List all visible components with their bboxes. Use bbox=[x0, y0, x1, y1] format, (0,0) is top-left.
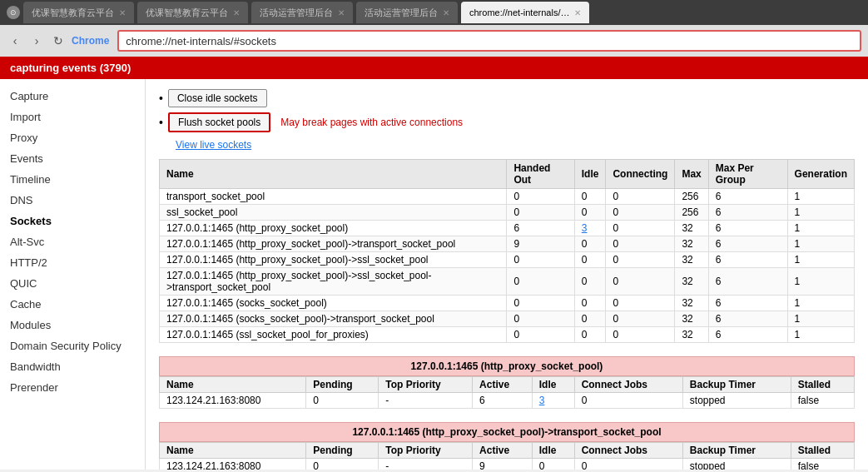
table-cell: 0 bbox=[574, 296, 606, 311]
main-socket-table: Name Handed Out Idle Connecting Max Max … bbox=[159, 159, 855, 343]
table-cell: 127.0.0.1:1465 (http_proxy_socket_pool)-… bbox=[160, 252, 507, 268]
pool2-col-name: Name bbox=[160, 443, 306, 459]
sidebar-item-modules[interactable]: Modules bbox=[0, 315, 145, 335]
sidebar-item-bandwidth[interactable]: Bandwidth bbox=[0, 356, 145, 377]
sidebar-item-cache[interactable]: Cache bbox=[0, 294, 145, 315]
close-idle-button[interactable]: Close idle sockets bbox=[168, 89, 267, 107]
pool-table-cell: - bbox=[379, 393, 473, 409]
sidebar-item-dns[interactable]: DNS bbox=[0, 190, 145, 211]
tab-1[interactable]: 优课智慧教育云平台 ✕ bbox=[23, 2, 134, 23]
pool1-section: 127.0.0.1:1465 (http_proxy_socket_pool) … bbox=[159, 356, 855, 409]
pool1-col-name: Name bbox=[160, 377, 306, 393]
idle-link[interactable]: 3 bbox=[582, 222, 588, 234]
pool1-col-backup-timer: Backup Timer bbox=[682, 377, 791, 393]
chrome-label: Chrome bbox=[72, 35, 109, 47]
table-row: 127.0.0.1:1465 (http_proxy_socket_pool)-… bbox=[160, 252, 855, 268]
sidebar-item-sockets[interactable]: Sockets bbox=[0, 211, 145, 231]
pool2-table-body: 123.124.21.163:80800-900stoppedfalse bbox=[160, 459, 855, 470]
table-cell: 1 bbox=[787, 189, 854, 205]
flush-button[interactable]: Flush socket pools bbox=[168, 112, 270, 132]
table-cell: 127.0.0.1:1465 (ssl_socket_pool_for_prox… bbox=[160, 327, 507, 343]
table-row: 123.124.21.163:80800-630stoppedfalse bbox=[160, 393, 855, 409]
table-cell: 0 bbox=[606, 221, 675, 236]
pool-table-cell: 123.124.21.163:8080 bbox=[160, 393, 306, 409]
col-max: Max bbox=[675, 160, 708, 189]
sidebar-item-prerender[interactable]: Prerender bbox=[0, 377, 145, 398]
table-cell: 256 bbox=[675, 205, 708, 221]
sidebar-item-timeline[interactable]: Timeline bbox=[0, 169, 145, 190]
view-live-link[interactable]: View live sockets bbox=[176, 139, 251, 151]
tab-3[interactable]: 活动运营管理后台 ✕ bbox=[251, 2, 353, 23]
pool1-col-active: Active bbox=[473, 377, 533, 393]
pool-table-cell: 0 bbox=[306, 393, 379, 409]
sidebar-item-proxy[interactable]: Proxy bbox=[0, 127, 145, 148]
tab-5-close[interactable]: ✕ bbox=[574, 8, 581, 17]
pool-table-cell: 3 bbox=[532, 393, 574, 409]
tab-1-close[interactable]: ✕ bbox=[119, 8, 126, 17]
tab-5[interactable]: chrome://net-internals/… ✕ bbox=[461, 2, 589, 23]
address-bar[interactable]: chrome://net-internals/#sockets bbox=[117, 30, 861, 52]
table-cell: 0 bbox=[574, 311, 606, 327]
pool2-table-cell: 9 bbox=[473, 459, 533, 470]
table-cell: 1 bbox=[787, 327, 854, 343]
pool2-table: Name Pending Top Priority Active Idle Co… bbox=[159, 442, 855, 470]
sidebar-item-alt-svc[interactable]: Alt-Svc bbox=[0, 231, 145, 252]
warning-text: May break pages with active connections bbox=[280, 117, 463, 128]
forward-button[interactable]: › bbox=[28, 32, 45, 49]
pool2-table-cell: 0 bbox=[574, 459, 682, 470]
nav-bar: ‹ › ↻ Chrome chrome://net-internals/#soc… bbox=[0, 25, 868, 57]
table-cell: 6 bbox=[708, 296, 787, 311]
col-max-per-group: Max Per Group bbox=[708, 160, 787, 189]
sidebar-item-http2[interactable]: HTTP/2 bbox=[0, 252, 145, 273]
table-cell: 1 bbox=[787, 236, 854, 252]
sidebar-item-import[interactable]: Import bbox=[0, 107, 145, 127]
pool-table-cell: 0 bbox=[574, 393, 682, 409]
table-cell: 1 bbox=[787, 252, 854, 268]
table-cell: 6 bbox=[708, 268, 787, 296]
table-cell: 1 bbox=[787, 268, 854, 296]
table-cell: 127.0.0.1:1465 (socks_socket_pool) bbox=[160, 296, 507, 311]
sidebar-item-quic[interactable]: QUIC bbox=[0, 273, 145, 294]
table-cell: 0 bbox=[574, 189, 606, 205]
table-cell: 9 bbox=[507, 236, 574, 252]
tab-2[interactable]: 优课智慧教育云平台 ✕ bbox=[137, 2, 248, 23]
action-buttons: • Close idle sockets • Flush socket pool… bbox=[159, 89, 855, 132]
table-row: transport_socket_pool00025661 bbox=[160, 189, 855, 205]
table-cell: 0 bbox=[606, 327, 675, 343]
pool1-col-pending: Pending bbox=[306, 377, 379, 393]
tab-3-close[interactable]: ✕ bbox=[338, 8, 345, 17]
tab-2-close[interactable]: ✕ bbox=[233, 8, 240, 17]
table-cell: 0 bbox=[507, 189, 574, 205]
pool2-col-idle: Idle bbox=[532, 443, 574, 459]
pool2-table-cell: - bbox=[379, 459, 473, 470]
sidebar-item-domain-security[interactable]: Domain Security Policy bbox=[0, 335, 145, 356]
table-cell: 0 bbox=[606, 311, 675, 327]
reload-button[interactable]: ↻ bbox=[50, 32, 67, 49]
table-cell: 127.0.0.1:1465 (http_proxy_socket_pool)-… bbox=[160, 236, 507, 252]
pool1-col-top-priority: Top Priority bbox=[379, 377, 473, 393]
table-cell: 0 bbox=[507, 205, 574, 221]
pool1-table-body: 123.124.21.163:80800-630stoppedfalse bbox=[160, 393, 855, 409]
table-cell: transport_socket_pool bbox=[160, 189, 507, 205]
pool2-header-row: Name Pending Top Priority Active Idle Co… bbox=[160, 443, 855, 459]
table-cell: 3 bbox=[574, 221, 606, 236]
table-header-row: Name Handed Out Idle Connecting Max Max … bbox=[160, 160, 855, 189]
idle-pool-link[interactable]: 3 bbox=[539, 395, 545, 406]
tab-4-label: 活动运营管理后台 bbox=[365, 7, 438, 19]
tab-4[interactable]: 活动运营管理后台 ✕ bbox=[356, 2, 458, 23]
table-cell: 0 bbox=[507, 311, 574, 327]
pool2-section: 127.0.0.1:1465 (http_proxy_socket_pool)-… bbox=[159, 422, 855, 470]
table-row: 127.0.0.1:1465 (socks_socket_pool)->tran… bbox=[160, 311, 855, 327]
pool2-table-cell: false bbox=[791, 459, 854, 470]
tab-4-close[interactable]: ✕ bbox=[443, 8, 449, 17]
sidebar-item-events[interactable]: Events bbox=[0, 148, 145, 169]
content-area: • Close idle sockets • Flush socket pool… bbox=[146, 79, 868, 470]
capturing-banner: capturing events (3790) bbox=[0, 57, 868, 79]
table-cell: 0 bbox=[606, 296, 675, 311]
table-cell: 32 bbox=[675, 236, 708, 252]
col-generation: Generation bbox=[787, 160, 854, 189]
table-cell: 6 bbox=[507, 221, 574, 236]
col-idle: Idle bbox=[574, 160, 606, 189]
sidebar-item-capture[interactable]: Capture bbox=[0, 86, 145, 107]
back-button[interactable]: ‹ bbox=[7, 32, 23, 49]
